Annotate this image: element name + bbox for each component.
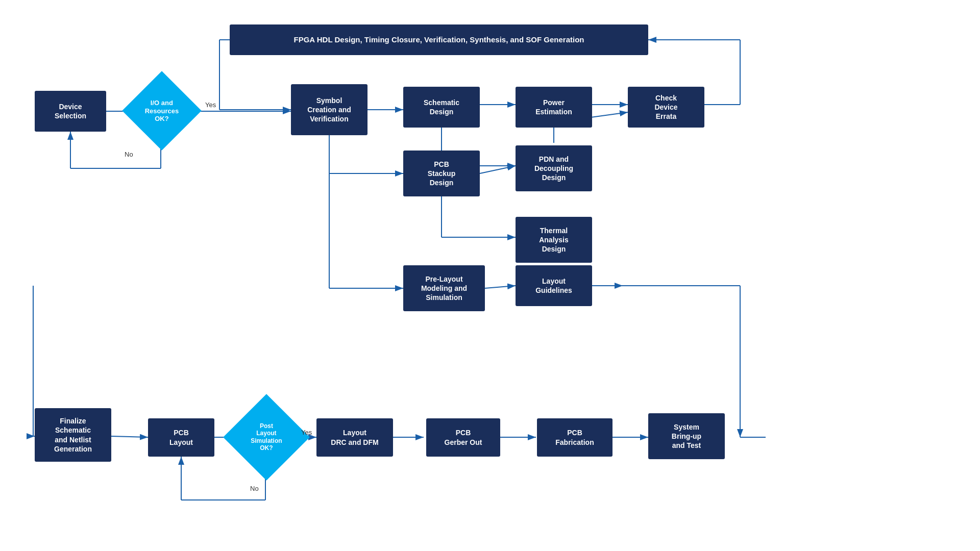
no-label-2: No <box>250 485 259 492</box>
pre-layout-box: Pre-LayoutModeling andSimulation <box>403 265 485 311</box>
power-estimation-box: PowerEstimation <box>516 87 592 128</box>
pcb-fabrication-box: PCBFabrication <box>537 418 612 457</box>
svg-line-13 <box>480 166 516 173</box>
pdn-decoupling-box: PDN andDecouplingDesign <box>516 145 592 191</box>
io-resources-diamond: I/O andResourcesOK? <box>122 71 202 151</box>
schematic-design-box: SchematicDesign <box>403 87 480 128</box>
thermal-analysis-box: ThermalAnalysisDesign <box>516 217 592 263</box>
system-bringup-box: SystemBring-upand Test <box>648 413 725 459</box>
symbol-creation-box: SymbolCreation andVerification <box>291 84 368 135</box>
pcb-stackup-box: PCBStackupDesign <box>403 151 480 196</box>
fpga-hdl-box: FPGA HDL Design, Timing Closure, Verific… <box>230 24 648 55</box>
layout-drc-box: LayoutDRC and DFM <box>316 418 393 457</box>
post-layout-diamond: PostLayoutSimulationOK? <box>223 394 310 481</box>
device-selection-box: DeviceSelection <box>35 91 106 132</box>
finalize-schematic-box: FinalizeSchematicand NetlistGeneration <box>35 408 111 462</box>
layout-guidelines-box: LayoutGuidelines <box>516 265 592 306</box>
pcb-gerber-box: PCBGerber Out <box>426 418 500 457</box>
svg-line-28 <box>485 286 516 288</box>
pcb-layout-box: PCBLayout <box>148 418 214 457</box>
no-label-1: No <box>125 151 133 158</box>
check-device-errata-box: CheckDeviceErrata <box>628 87 704 128</box>
svg-line-31 <box>111 436 148 437</box>
yes-label-2: Yes <box>301 429 312 436</box>
yes-label-1: Yes <box>205 101 216 109</box>
